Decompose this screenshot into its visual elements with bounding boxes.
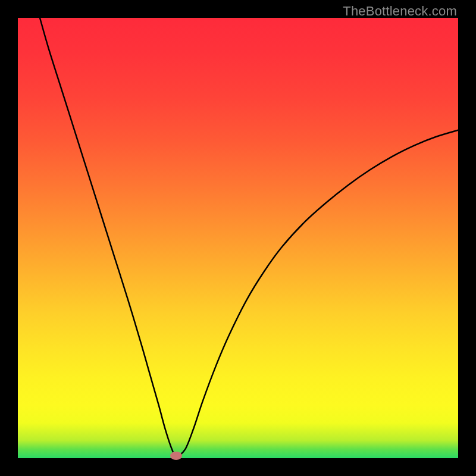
plot-area <box>18 18 458 458</box>
optimal-point-marker <box>170 452 182 460</box>
bottleneck-curve <box>18 18 458 458</box>
chart-frame: TheBottleneck.com <box>0 0 476 476</box>
watermark-text: TheBottleneck.com <box>343 4 457 19</box>
